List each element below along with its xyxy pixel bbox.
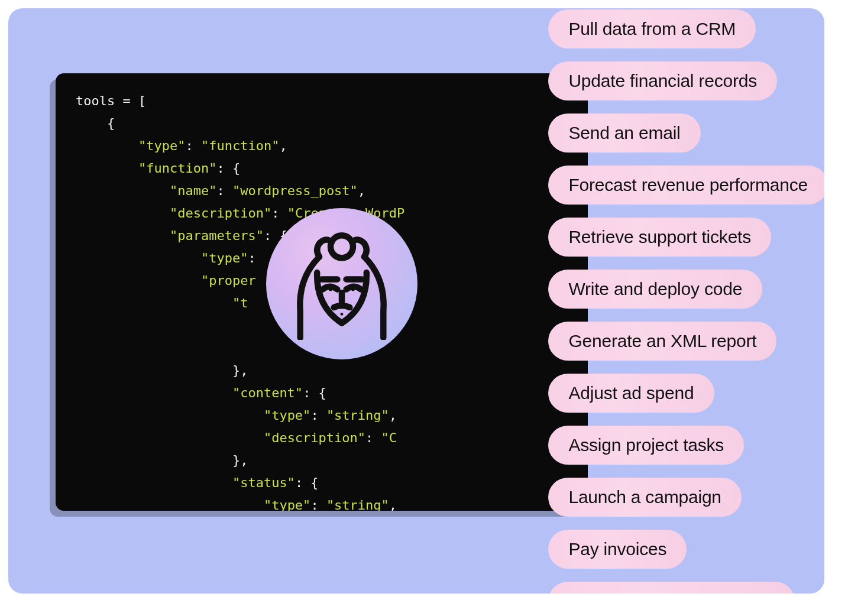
code-token: }, [76, 453, 248, 468]
code-token [76, 183, 170, 198]
code-token: tools = [ [76, 93, 146, 108]
code-token: "t [232, 296, 248, 310]
code-token: { [76, 116, 115, 131]
code-token: : [216, 183, 232, 198]
code-token [76, 430, 264, 445]
capability-pill: Generate an XML report [548, 322, 776, 361]
code-token: "description" [170, 206, 271, 221]
code-token [76, 251, 201, 265]
code-token: "type" [264, 408, 310, 423]
capability-pill: Forecast revenue performance [548, 166, 824, 205]
code-token [76, 228, 170, 243]
capability-pill: Adjust ad spend [548, 374, 714, 413]
capability-pill-list: Pull data from a CRMUpdate financial rec… [548, 9, 824, 594]
assistant-avatar-badge [266, 208, 417, 359]
code-token: : [271, 206, 287, 221]
capability-pill: Analyze infrastructure logs [548, 582, 794, 594]
capability-pill: Launch a campaign [548, 478, 741, 517]
assistant-face-icon [286, 228, 398, 340]
code-token: : [365, 430, 381, 445]
code-token [76, 138, 138, 153]
code-token: : [310, 498, 326, 511]
code-token [76, 498, 264, 511]
code-token: "type" [138, 138, 185, 153]
capability-pill: Update financial records [548, 61, 777, 100]
code-token: : [248, 251, 264, 265]
code-token: "name" [170, 183, 216, 198]
code-token [76, 273, 201, 288]
code-token [76, 206, 170, 221]
capability-pill: Send an email [548, 114, 700, 153]
hero-canvas: tools = [ { "type": "function", "functio… [8, 8, 824, 594]
code-token: : { [295, 475, 319, 490]
code-token: "wordpress_post" [232, 183, 358, 198]
capability-pill: Pay invoices [548, 530, 687, 569]
code-token: "parameters" [170, 228, 264, 243]
code-token: "type" [201, 251, 248, 265]
code-token: "C [381, 430, 397, 445]
svg-point-6 [341, 313, 344, 316]
code-token [76, 161, 138, 176]
code-token: "function" [138, 161, 216, 176]
code-token: "proper [201, 273, 256, 288]
code-token [76, 385, 232, 400]
code-token: : { [216, 161, 240, 176]
code-token: : [185, 138, 201, 153]
code-token: "description" [264, 430, 365, 445]
code-token: }, [76, 363, 248, 378]
code-token [76, 296, 232, 310]
code-token: , [358, 183, 365, 198]
svg-point-0 [331, 235, 353, 258]
code-token: "status" [232, 475, 295, 490]
code-token: "content" [232, 385, 303, 400]
code-token: , [389, 408, 397, 423]
svg-point-3 [329, 288, 332, 291]
code-token: , [389, 498, 397, 511]
code-token: "function" [201, 138, 279, 153]
svg-point-4 [351, 288, 355, 291]
capability-pill: Assign project tasks [548, 426, 744, 465]
code-token [76, 408, 264, 423]
code-token: : [310, 408, 326, 423]
capability-pill: Pull data from a CRM [548, 9, 756, 48]
code-token [76, 475, 232, 490]
code-token: "type" [264, 498, 310, 511]
code-token: : { [303, 385, 326, 400]
code-token: "string" [326, 408, 389, 423]
code-token: , [279, 138, 287, 153]
capability-pill: Retrieve support tickets [548, 218, 771, 257]
capability-pill: Write and deploy code [548, 270, 762, 309]
code-token: "string" [326, 498, 389, 511]
